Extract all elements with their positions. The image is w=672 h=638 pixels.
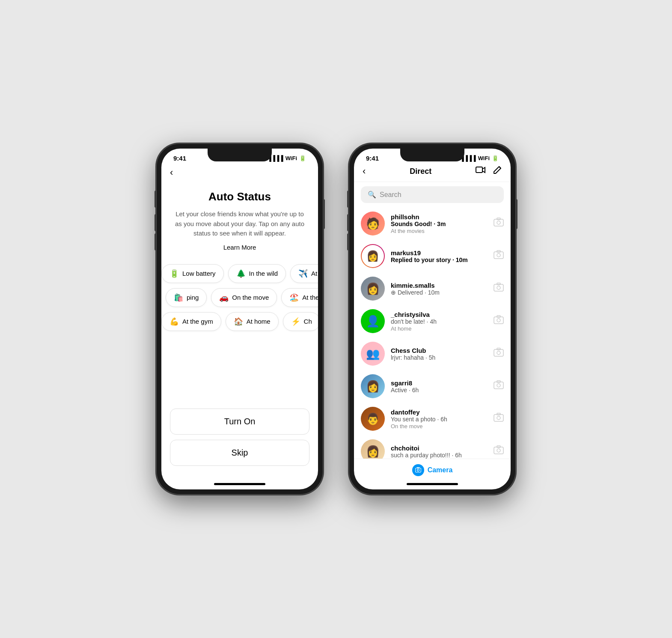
avatar-phillsohn: 🧑 [361, 212, 385, 236]
chip-on-the-move[interactable]: 🚗 On the move [211, 288, 277, 307]
dm-info-chchoitoi: chchoitoi such a purday photo!!! · 6h [391, 444, 488, 459]
svg-rect-19 [494, 414, 503, 421]
camera-label: Camera [428, 466, 453, 474]
chip-ch-label: Ch [304, 318, 312, 325]
auto-status-description: Let your close friends know what you're … [174, 209, 305, 239]
dm-info-chess: Chess Club lrjvr: hahaha · 5h [391, 347, 488, 361]
svg-rect-9 [497, 283, 500, 285]
battery-icon: 🔋 [299, 155, 306, 161]
dm-info-christy: _christysilva don't be late! · 4h At hom… [391, 311, 488, 332]
dm-message-chchoitoi: such a purday photo!!! · 6h [391, 452, 488, 459]
turn-on-button[interactable]: Turn On [170, 408, 309, 435]
chip-low-battery[interactable]: 🔋 Low battery [161, 264, 224, 283]
home-chip-emoji: 🏠 [234, 317, 243, 326]
action-buttons: Turn On Skip [161, 404, 318, 483]
dm-status-dantoffey: On the move [391, 423, 488, 429]
phones-container: 9:41 ▐▐▐▐ WiFi 🔋 ‹ Auto Status Let your … [156, 143, 516, 495]
battery-icon-2: 🔋 [492, 155, 499, 161]
chip-on-the-move-label: On the move [232, 294, 269, 301]
dm-username-chchoitoi: chchoitoi [391, 444, 488, 452]
chip-at-the-beach[interactable]: 🏖️ At the beac [281, 288, 318, 307]
dm-item-dantoffey[interactable]: 👨 dantoffey You sent a photo · 6h On the… [354, 402, 511, 435]
dm-message-phillsohn: Sounds Good! · 3m [391, 221, 488, 227]
notch-2 [400, 149, 464, 161]
chip-in-the-wild-label: In the wild [249, 270, 278, 277]
camera-icon-christy[interactable] [494, 315, 504, 327]
svg-rect-6 [497, 250, 500, 252]
camera-icon-chess[interactable] [494, 348, 504, 360]
camera-icon-phillsohn[interactable] [494, 218, 504, 230]
dm-item-christy[interactable]: 👤 _christysilva don't be late! · 4h At h… [354, 305, 511, 337]
dm-item-chchoitoi[interactable]: 👩 chchoitoi such a purday photo!!! · 6h [354, 435, 511, 459]
chip-ping[interactable]: 🛍️ ping [166, 288, 207, 307]
home-indicator-2 [407, 483, 458, 485]
chips-row-3: 💪 At the gym 🏠 At home ⚡ Ch [161, 312, 318, 331]
svg-rect-4 [494, 252, 503, 259]
camera-icon-dantoffey[interactable] [494, 413, 504, 425]
svg-rect-0 [476, 167, 482, 173]
svg-point-14 [497, 351, 500, 355]
chip-ch[interactable]: ⚡ Ch [283, 312, 318, 331]
svg-rect-21 [497, 413, 500, 415]
svg-point-8 [497, 286, 500, 289]
dm-status-phillsohn: At the movies [391, 228, 488, 234]
avatar-emoji-sgarri: 👩 [366, 374, 380, 398]
chip-at-t[interactable]: ✈️ At t [290, 264, 318, 283]
auto-status-screen: ‹ Auto Status Let your close friends kno… [161, 164, 318, 483]
notch [208, 149, 272, 161]
dm-item-sgarri[interactable]: 👩 sgarri8 Active · 6h [354, 370, 511, 402]
search-bar[interactable]: 🔍 Search [361, 186, 504, 203]
skip-button[interactable]: Skip [170, 440, 309, 466]
back-button-1[interactable]: ‹ [161, 164, 318, 182]
avatar-emoji-kimmie: 👩 [366, 277, 380, 301]
dm-item-phillsohn[interactable]: 🧑 phillsohn Sounds Good! · 3m At the mov… [354, 207, 511, 240]
dm-status-christy: At home [391, 325, 488, 332]
svg-rect-12 [497, 316, 500, 317]
avatar-markus19: 👩 [361, 244, 385, 268]
auto-status-title: Auto Status [174, 190, 305, 203]
chip-at-home[interactable]: 🏠 At home [226, 312, 279, 331]
avatar-emoji-phillsohn: 🧑 [366, 212, 380, 236]
dm-username-christy: _christysilva [391, 311, 488, 318]
dm-username-phillsohn: phillsohn [391, 213, 488, 221]
video-call-icon[interactable] [476, 166, 486, 177]
svg-rect-10 [494, 317, 503, 324]
svg-rect-18 [497, 381, 500, 382]
plane-chip-emoji: ✈️ [298, 269, 308, 278]
camera-icon-kimmie[interactable] [494, 283, 504, 295]
direct-header-icons [476, 165, 502, 177]
dm-username-chess: Chess Club [391, 347, 488, 354]
dm-info-kimmie: kimmie.smalls ⊕ Delivered · 10m [391, 282, 488, 296]
chip-in-the-wild[interactable]: 🌲 In the wild [228, 264, 286, 283]
dm-item-kimmie[interactable]: 👩 kimmie.smalls ⊕ Delivered · 10m [354, 272, 511, 305]
wifi-icon-2: WiFi [478, 155, 490, 161]
avatar-chchoitoi: 👩 [361, 439, 385, 459]
camera-button[interactable]: Camera [412, 464, 453, 476]
avatar-emoji-chess: 👥 [366, 342, 380, 366]
search-icon: 🔍 [368, 191, 376, 199]
camera-icon-markus19[interactable] [494, 250, 504, 262]
svg-rect-13 [494, 349, 503, 356]
dm-item-markus19[interactable]: 👩 markus19 Replied to your story · 10m [354, 240, 511, 272]
camera-icon-sgarri[interactable] [494, 380, 504, 392]
avatar-dantoffey: 👨 [361, 407, 385, 431]
car-chip-emoji: 🚗 [219, 293, 229, 302]
search-placeholder: Search [380, 191, 401, 199]
back-button-2[interactable]: ‹ [363, 166, 366, 177]
dm-message-markus19: Replied to your story · 10m [391, 256, 488, 263]
camera-icon-chchoitoi[interactable] [494, 445, 504, 457]
dm-info-sgarri: sgarri8 Active · 6h [391, 379, 488, 394]
dm-message-kimmie: ⊕ Delivered · 10m [391, 289, 488, 296]
status-icons-2: ▐▐▐▐ WiFi 🔋 [460, 155, 499, 161]
phone-direct: 9:41 ▐▐▐▐ WiFi 🔋 ‹ Direct [349, 143, 516, 495]
chip-low-battery-label: Low battery [182, 270, 216, 277]
learn-more-link[interactable]: Learn More [223, 244, 256, 251]
dm-info-dantoffey: dantoffey You sent a photo · 6h On the m… [391, 408, 488, 429]
svg-rect-15 [497, 348, 500, 350]
chip-at-home-label: At home [247, 318, 271, 325]
compose-icon[interactable] [493, 165, 502, 177]
dm-item-chess-club[interactable]: 👥 Chess Club lrjvr: hahaha · 5h [354, 337, 511, 370]
chip-at-the-gym[interactable]: 💪 At the gym [161, 312, 221, 331]
auto-status-hero: Auto Status Let your close friends know … [161, 182, 318, 256]
lightning-chip-emoji: ⚡ [291, 317, 300, 326]
